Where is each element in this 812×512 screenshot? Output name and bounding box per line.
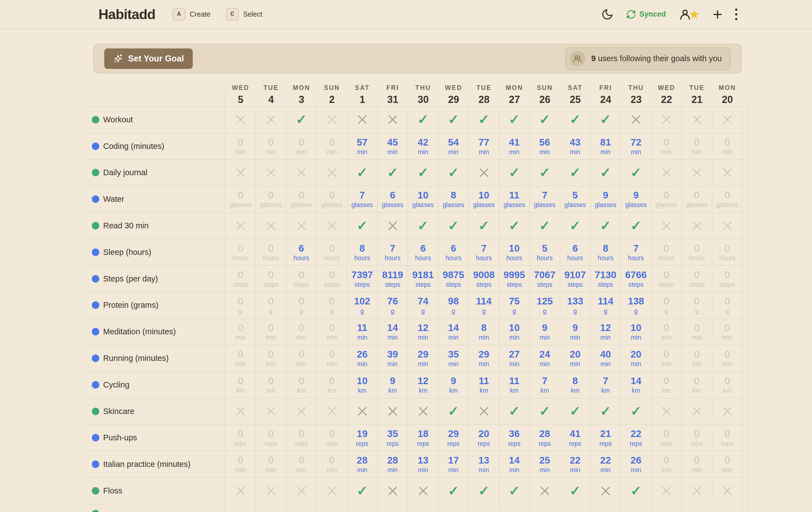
profile-button[interactable]: ★ (679, 8, 700, 21)
habit-cell[interactable]: 0min (712, 319, 743, 345)
habit-label[interactable]: Running (minutes) (88, 345, 225, 372)
habit-cell[interactable]: ✓ (469, 213, 499, 239)
habit-cell[interactable]: 9875steps (438, 266, 469, 292)
theme-toggle-moon-icon[interactable] (601, 8, 613, 21)
habit-cell[interactable]: ✓ (499, 160, 530, 186)
habit-cell[interactable]: 0min (682, 345, 712, 372)
habit-cell[interactable]: ✓ (530, 160, 560, 186)
habit-cell[interactable]: 10glasses (408, 186, 438, 213)
habit-cell[interactable]: 0reps (651, 425, 682, 451)
habit-cell[interactable] (256, 398, 286, 425)
habit-cell[interactable]: 22reps (621, 425, 651, 451)
habit-cell[interactable]: 102g (347, 292, 378, 319)
habit-cell[interactable]: 28min (347, 451, 378, 478)
habit-cell[interactable] (286, 160, 317, 186)
habit-cell[interactable] (712, 160, 743, 186)
habit-cell[interactable] (712, 107, 743, 133)
habit-cell[interactable]: 13min (469, 451, 499, 478)
habit-cell[interactable]: 0min (286, 345, 317, 372)
habit-cell[interactable]: 0steps (225, 266, 256, 292)
habit-cell[interactable]: 9glasses (621, 186, 651, 213)
habit-cell[interactable]: 9107steps (560, 266, 590, 292)
shortcut-select[interactable]: C Select (226, 8, 262, 21)
habit-cell[interactable]: 0hours (256, 239, 286, 266)
habit-cell[interactable]: 0km (286, 372, 317, 398)
habit-cell[interactable]: 7glasses (530, 186, 560, 213)
habit-cell[interactable]: 0hours (651, 239, 682, 266)
habit-cell[interactable]: 28min (378, 451, 408, 478)
habit-cell[interactable]: 11min (347, 319, 378, 345)
habit-cell[interactable]: 0hours (317, 239, 347, 266)
habit-cell[interactable]: 0min (317, 133, 347, 160)
habit-cell[interactable]: 0min (682, 319, 712, 345)
habit-cell[interactable]: 74g (408, 292, 438, 319)
habit-cell[interactable] (225, 478, 256, 504)
habit-cell[interactable]: 0g (256, 292, 286, 319)
habit-cell[interactable]: 7glasses (347, 186, 378, 213)
add-habit-plus-icon[interactable]: + (713, 7, 722, 22)
habit-cell[interactable]: 0hours (712, 239, 743, 266)
habit-label[interactable]: Italian practice (minutes) (88, 451, 225, 478)
habit-label[interactable]: Read 30 min (88, 213, 225, 239)
habit-cell[interactable]: 0g (651, 292, 682, 319)
habit-cell[interactable]: ✓ (560, 398, 590, 425)
habit-cell[interactable]: 8hours (590, 239, 621, 266)
habit-cell[interactable] (378, 107, 408, 133)
habit-cell[interactable]: 9min (560, 319, 590, 345)
habit-cell[interactable]: 0g (682, 292, 712, 319)
habit-cell[interactable]: 0min (256, 345, 286, 372)
habit-cell[interactable] (651, 160, 682, 186)
habit-cell[interactable] (317, 160, 347, 186)
habit-cell[interactable]: ✓ (378, 160, 408, 186)
habit-cell[interactable]: ✓ (530, 107, 560, 133)
overflow-menu-icon[interactable] (735, 8, 737, 20)
habit-cell[interactable] (286, 398, 317, 425)
habit-cell[interactable] (317, 213, 347, 239)
habit-cell[interactable]: 0min (651, 133, 682, 160)
habit-cell[interactable]: 56min (530, 133, 560, 160)
habit-cell[interactable]: 0glasses (317, 186, 347, 213)
habit-cell[interactable]: 10km (347, 372, 378, 398)
habit-cell[interactable]: ✓ (621, 398, 651, 425)
habit-cell[interactable]: 0min (225, 133, 256, 160)
habit-cell[interactable]: 5glasses (560, 186, 590, 213)
habit-cell[interactable]: 41min (499, 133, 530, 160)
habit-cell[interactable] (317, 478, 347, 504)
habit-cell[interactable]: ✓ (408, 213, 438, 239)
habit-cell[interactable]: 7130steps (590, 266, 621, 292)
habit-cell[interactable] (408, 478, 438, 504)
habit-cell[interactable]: 0km (317, 372, 347, 398)
habit-cell[interactable]: 0min (317, 345, 347, 372)
habit-cell[interactable] (682, 398, 712, 425)
habit-cell[interactable]: 138g (621, 292, 651, 319)
habit-cell[interactable] (256, 160, 286, 186)
habit-cell[interactable]: 0min (317, 451, 347, 478)
habit-label[interactable]: Floss (88, 478, 225, 504)
habit-cell[interactable]: ✓ (590, 398, 621, 425)
habit-cell[interactable]: ✓ (286, 107, 317, 133)
habit-cell[interactable]: 9glasses (590, 186, 621, 213)
habit-cell[interactable]: ✓ (499, 478, 530, 504)
habit-cell[interactable] (408, 398, 438, 425)
habit-label[interactable]: Water (88, 186, 225, 213)
habit-cell[interactable]: 0min (651, 319, 682, 345)
habit-cell[interactable]: 0min (651, 451, 682, 478)
habit-cell[interactable]: ✓ (438, 398, 469, 425)
habit-cell[interactable] (225, 398, 256, 425)
habit-cell[interactable] (530, 478, 560, 504)
habit-cell[interactable]: ✓ (621, 478, 651, 504)
habit-cell[interactable]: 9008steps (469, 266, 499, 292)
habit-cell[interactable]: 75g (499, 292, 530, 319)
sync-status[interactable]: Synced (626, 9, 666, 19)
habit-cell[interactable]: 14min (499, 451, 530, 478)
habit-cell[interactable]: 0steps (256, 266, 286, 292)
habit-cell[interactable]: 0km (682, 372, 712, 398)
habit-cell[interactable] (621, 107, 651, 133)
habit-cell[interactable]: 17min (438, 451, 469, 478)
habit-cell[interactable] (712, 213, 743, 239)
habit-cell[interactable]: 28reps (530, 425, 560, 451)
habit-cell[interactable]: 0reps (225, 425, 256, 451)
habit-cell[interactable]: 0min (286, 319, 317, 345)
habit-cell[interactable]: 42min (408, 133, 438, 160)
habit-cell[interactable]: 0glasses (651, 186, 682, 213)
